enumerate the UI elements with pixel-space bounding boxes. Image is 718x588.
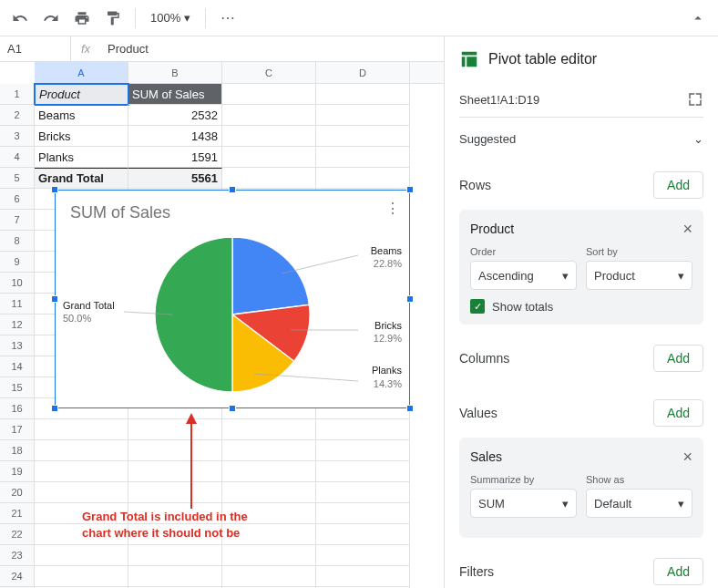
cell[interactable]: 1438 xyxy=(128,126,222,147)
resize-handle[interactable] xyxy=(406,186,414,193)
chart-menu-button[interactable]: ⋮ xyxy=(385,200,400,217)
col-head-c[interactable]: C xyxy=(222,62,316,83)
cell[interactable] xyxy=(35,545,128,566)
cell[interactable] xyxy=(128,482,222,503)
showas-select[interactable]: Default▾ xyxy=(586,489,692,518)
col-head-d[interactable]: D xyxy=(316,62,410,83)
cell[interactable] xyxy=(35,482,128,503)
redo-button[interactable] xyxy=(38,5,64,31)
name-box[interactable]: A1 xyxy=(0,36,71,61)
undo-button[interactable] xyxy=(7,5,33,31)
cell[interactable] xyxy=(316,482,410,503)
cell[interactable] xyxy=(222,105,316,126)
row-head[interactable]: 18 xyxy=(0,440,35,461)
cell[interactable] xyxy=(222,545,316,566)
cell[interactable] xyxy=(35,419,128,440)
cell[interactable]: Product xyxy=(35,84,128,105)
row-head[interactable]: 13 xyxy=(0,335,35,356)
row-head[interactable]: 6 xyxy=(0,189,35,210)
remove-button[interactable]: × xyxy=(682,221,692,237)
cell[interactable] xyxy=(316,440,410,461)
cell[interactable] xyxy=(316,84,410,105)
cell[interactable] xyxy=(222,147,316,168)
sortby-select[interactable]: Product▾ xyxy=(586,261,692,290)
formula-input[interactable]: Product xyxy=(100,42,444,56)
cell[interactable] xyxy=(222,440,316,461)
cell[interactable]: Planks xyxy=(35,147,128,168)
add-filters-button[interactable]: Add xyxy=(653,558,703,585)
zoom-select[interactable]: 100%▾ xyxy=(145,7,196,28)
resize-handle[interactable] xyxy=(229,186,236,193)
row-head[interactable]: 19 xyxy=(0,461,35,482)
cell[interactable] xyxy=(128,545,222,566)
add-values-button[interactable]: Add xyxy=(653,399,703,427)
add-rows-button[interactable]: Add xyxy=(653,171,703,199)
cell[interactable] xyxy=(316,168,410,189)
cell[interactable] xyxy=(128,440,222,461)
row-head[interactable]: 3 xyxy=(0,126,35,147)
summarize-select[interactable]: SUM▾ xyxy=(470,489,577,518)
cell[interactable] xyxy=(35,461,128,482)
cell[interactable] xyxy=(316,524,410,545)
row-head[interactable]: 15 xyxy=(0,377,35,398)
cell[interactable] xyxy=(222,84,316,105)
cell[interactable] xyxy=(222,168,316,189)
chart[interactable]: SUM of Sales ⋮ Beams22.8% xyxy=(55,190,410,408)
resize-handle[interactable] xyxy=(406,405,414,412)
paint-format-button[interactable] xyxy=(100,5,126,31)
cell[interactable] xyxy=(222,461,316,482)
order-select[interactable]: Ascending▾ xyxy=(470,261,577,290)
add-columns-button[interactable]: Add xyxy=(653,345,703,372)
cell[interactable] xyxy=(222,126,316,147)
show-totals-checkbox[interactable]: ✓ Show totals xyxy=(470,299,692,314)
cell[interactable] xyxy=(35,440,128,461)
cell[interactable] xyxy=(222,482,316,503)
row-head[interactable]: 1 xyxy=(0,84,35,105)
row-head[interactable]: 5 xyxy=(0,168,35,189)
cell[interactable] xyxy=(316,545,410,566)
col-head-b[interactable]: B xyxy=(128,62,222,83)
data-range[interactable]: Sheet1!A1:D19 xyxy=(459,93,539,107)
collapse-toolbar-button[interactable] xyxy=(685,5,711,31)
cell[interactable] xyxy=(128,419,222,440)
cell[interactable]: Beams xyxy=(35,105,128,126)
cell[interactable] xyxy=(222,566,316,587)
resize-handle[interactable] xyxy=(229,405,236,412)
resize-handle[interactable] xyxy=(51,405,58,412)
row-head[interactable]: 17 xyxy=(0,419,35,440)
row-head[interactable]: 16 xyxy=(0,398,35,419)
cell[interactable] xyxy=(316,461,410,482)
cell[interactable] xyxy=(316,419,410,440)
cell[interactable] xyxy=(222,419,316,440)
row-head[interactable]: 22 xyxy=(0,524,35,545)
cell[interactable]: Grand Total xyxy=(35,168,128,189)
row-head[interactable]: 10 xyxy=(0,273,35,294)
row-head[interactable]: 2 xyxy=(0,105,35,126)
cell[interactable]: SUM of Sales xyxy=(128,84,222,105)
print-button[interactable] xyxy=(69,5,95,31)
row-head[interactable]: 7 xyxy=(0,210,35,231)
cell[interactable]: 5561 xyxy=(128,168,222,189)
suggested-section[interactable]: Suggested ⌄ xyxy=(459,118,703,151)
cell[interactable] xyxy=(35,566,128,587)
cell[interactable] xyxy=(316,566,410,587)
more-button[interactable]: ⋯ xyxy=(215,5,241,31)
row-head[interactable]: 12 xyxy=(0,315,35,335)
row-head[interactable]: 14 xyxy=(0,356,35,377)
remove-button[interactable]: × xyxy=(682,449,692,465)
col-head-a[interactable]: A xyxy=(35,62,128,83)
cell[interactable]: 1591 xyxy=(128,147,222,168)
row-head[interactable]: 8 xyxy=(0,231,35,252)
cell[interactable]: 2532 xyxy=(128,105,222,126)
row-head[interactable]: 24 xyxy=(0,566,35,587)
cell[interactable] xyxy=(128,566,222,587)
cell[interactable] xyxy=(128,461,222,482)
cell[interactable]: Bricks xyxy=(35,126,128,147)
row-head[interactable]: 4 xyxy=(0,147,35,168)
cell[interactable] xyxy=(316,105,410,126)
cell[interactable] xyxy=(316,126,410,147)
row-head[interactable]: 11 xyxy=(0,294,35,315)
select-range-icon[interactable] xyxy=(687,91,703,108)
grid[interactable]: A B C D 1ProductSUM of Sales2Beams25323B… xyxy=(0,62,444,588)
row-head[interactable]: 21 xyxy=(0,503,35,524)
